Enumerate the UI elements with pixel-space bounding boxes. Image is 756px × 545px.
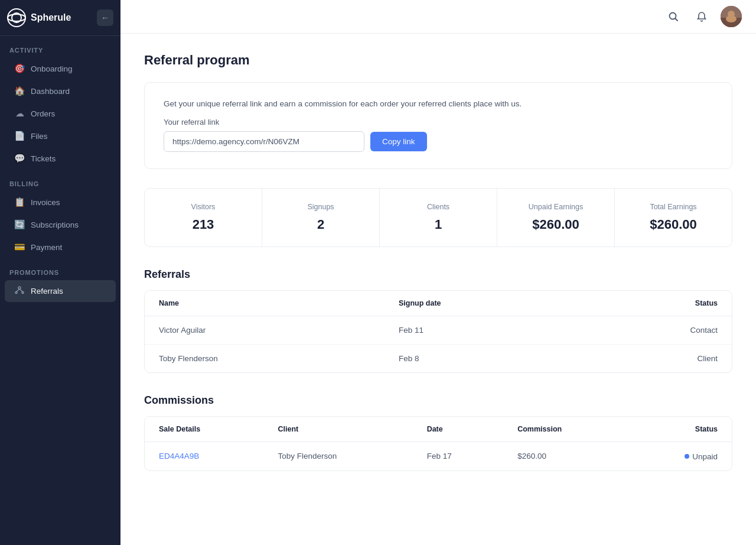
page-content: Referral program Get your unique referra…: [120, 34, 756, 545]
sidebar-item-onboarding[interactable]: 🎯 Onboarding: [5, 58, 116, 79]
referral-name-2: Toby Flenderson: [145, 345, 384, 373]
svg-point-14: [726, 15, 737, 22]
stat-total-earnings-value: $260.00: [627, 217, 720, 232]
col-status: Status: [578, 291, 732, 316]
stat-unpaid-earnings-value: $260.00: [509, 217, 602, 232]
referral-status-1: Contact: [578, 316, 732, 345]
stat-clients: Clients 1: [380, 189, 497, 246]
stat-visitors-label: Visitors: [157, 203, 250, 211]
sidebar-item-label: Orders: [31, 109, 55, 118]
referrals-table: Name Signup date Status Victor Aguilar F…: [145, 291, 732, 372]
referrals-title: Referrals: [144, 268, 732, 281]
topbar: [120, 0, 756, 34]
referral-name-1: Victor Aguilar: [145, 316, 384, 345]
sidebar-item-tickets[interactable]: 💬 Tickets: [5, 148, 116, 169]
stat-signups-value: 2: [274, 217, 367, 232]
unpaid-dot: [685, 454, 689, 459]
svg-point-0: [8, 9, 25, 27]
unpaid-label: Unpaid: [692, 452, 718, 461]
sidebar-item-payment[interactable]: 💳 Payment: [5, 236, 116, 258]
main-content: Referral program Get your unique referra…: [120, 0, 756, 545]
sidebar-item-subscriptions[interactable]: 🔄 Subscriptions: [5, 214, 116, 235]
commission-amount: $260.00: [503, 442, 627, 471]
referral-date-1: Feb 11: [384, 316, 578, 345]
col-client: Client: [264, 417, 413, 442]
files-icon: 📄: [14, 131, 25, 141]
referral-link-input[interactable]: [164, 131, 364, 152]
sale-id-link[interactable]: ED4A4A9B: [159, 452, 199, 460]
svg-point-3: [18, 287, 21, 289]
stat-unpaid-earnings: Unpaid Earnings $260.00: [497, 189, 615, 246]
dashboard-icon: 🏠: [14, 86, 25, 96]
sidebar-section-activity: Activity: [0, 36, 120, 57]
svg-line-7: [19, 289, 23, 292]
col-sale-details: Sale Details: [145, 417, 264, 442]
tickets-icon: 💬: [14, 153, 25, 164]
sidebar-section-billing: Billing: [0, 170, 120, 191]
search-icon[interactable]: [664, 7, 683, 26]
table-row: Victor Aguilar Feb 11 Contact: [145, 316, 732, 345]
commission-date: Feb 17: [413, 442, 504, 471]
referral-card: Get your unique referral link and earn a…: [144, 82, 732, 169]
stat-total-earnings-label: Total Earnings: [627, 203, 720, 211]
logo-text: Spherule: [31, 12, 71, 23]
status-badge-unpaid: Unpaid: [685, 452, 718, 461]
commissions-table-container: Sale Details Client Date Commission Stat…: [144, 416, 732, 471]
orders-icon: ☁: [14, 108, 25, 119]
referrals-icon: [14, 286, 25, 297]
invoices-icon: 📋: [14, 197, 25, 207]
stat-total-earnings: Total Earnings $260.00: [615, 189, 732, 246]
page-title: Referral program: [144, 53, 732, 68]
commission-sale-id: ED4A4A9B: [145, 442, 264, 471]
commission-client: Toby Flenderson: [264, 442, 413, 471]
sidebar-item-label: Files: [31, 132, 48, 141]
logo-area: Spherule: [7, 8, 71, 27]
onboarding-icon: 🎯: [14, 63, 25, 74]
referrals-table-container: Name Signup date Status Victor Aguilar F…: [144, 290, 732, 373]
col-name: Name: [145, 291, 384, 316]
stats-row: Visitors 213 Signups 2 Clients 1 Unpaid …: [144, 188, 732, 247]
svg-line-6: [17, 289, 20, 292]
svg-point-2: [8, 14, 25, 21]
sidebar-item-label: Dashboard: [31, 87, 70, 96]
sidebar: Spherule ← Activity 🎯 Onboarding 🏠 Dashb…: [0, 0, 120, 545]
user-avatar[interactable]: [721, 6, 742, 27]
back-button[interactable]: ←: [97, 9, 113, 26]
sidebar-section-promotions: Promotions: [0, 258, 120, 280]
sidebar-item-label: Referrals: [31, 287, 63, 296]
svg-line-9: [676, 19, 678, 21]
referral-date-2: Feb 8: [384, 345, 578, 373]
sidebar-item-orders[interactable]: ☁ Orders: [5, 103, 116, 124]
stat-visitors: Visitors 213: [145, 189, 262, 246]
referral-link-row: Copy link: [164, 131, 713, 152]
sidebar-item-files[interactable]: 📄 Files: [5, 125, 116, 147]
sidebar-item-dashboard[interactable]: 🏠 Dashboard: [5, 80, 116, 102]
stat-visitors-value: 213: [157, 217, 250, 232]
sidebar-item-invoices[interactable]: 📋 Invoices: [5, 192, 116, 213]
table-row: ED4A4A9B Toby Flenderson Feb 17 $260.00 …: [145, 442, 732, 471]
copy-link-button[interactable]: Copy link: [370, 132, 427, 151]
subscriptions-icon: 🔄: [14, 219, 25, 230]
table-row: Toby Flenderson Feb 8 Client: [145, 345, 732, 373]
back-icon: ←: [101, 13, 109, 22]
sidebar-item-label: Tickets: [31, 154, 56, 163]
referral-link-label: Your referral link: [164, 118, 713, 126]
stat-clients-label: Clients: [392, 203, 485, 211]
notification-icon[interactable]: [692, 7, 711, 26]
svg-point-5: [22, 292, 24, 294]
svg-point-8: [670, 13, 676, 20]
sidebar-item-label: Payment: [31, 243, 62, 252]
sidebar-item-label: Onboarding: [31, 64, 73, 73]
sidebar-item-referrals[interactable]: Referrals: [5, 280, 116, 302]
referral-status-2: Client: [578, 345, 732, 373]
sidebar-item-label: Subscriptions: [31, 220, 79, 229]
col-commission: Commission: [503, 417, 627, 442]
logo-icon: [7, 8, 26, 27]
commissions-table: Sale Details Client Date Commission Stat…: [145, 417, 732, 471]
stat-unpaid-earnings-label: Unpaid Earnings: [509, 203, 602, 211]
col-signup-date: Signup date: [384, 291, 578, 316]
commission-status: Unpaid: [627, 442, 732, 471]
stat-clients-value: 1: [392, 217, 485, 232]
payment-icon: 💳: [14, 242, 25, 252]
sidebar-header: Spherule ←: [0, 0, 120, 36]
